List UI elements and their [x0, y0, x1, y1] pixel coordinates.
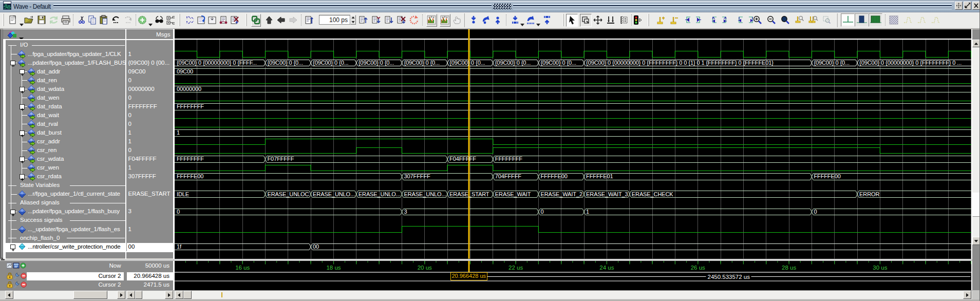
svg-text:28 us: 28 us [782, 265, 796, 271]
svg-text:22 us: 22 us [508, 265, 523, 271]
svg-text:24 us: 24 us [599, 265, 614, 271]
svg-text:20 us: 20 us [417, 265, 431, 271]
svg-text:26 us: 26 us [690, 265, 705, 271]
svg-text:30 us: 30 us [873, 265, 887, 271]
svg-text:16 us: 16 us [235, 265, 250, 271]
svg-text:2450.533572 us: 2450.533572 us [707, 273, 750, 279]
svg-text:18 us: 18 us [326, 265, 341, 271]
